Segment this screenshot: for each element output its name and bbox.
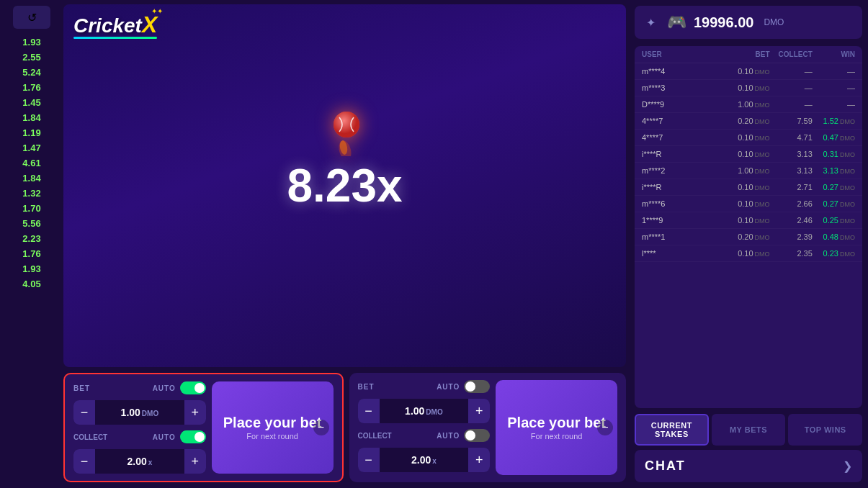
cell-user: m****1 (642, 232, 727, 241)
cell-win: — (813, 100, 855, 109)
cell-user: D****9 (642, 100, 727, 109)
sidebar-multiplier-item: 1.84 (17, 110, 46, 125)
header-win: WIN (813, 50, 855, 58)
cell-user: m****3 (642, 83, 727, 92)
sidebar-multiplier-item: 5.56 (17, 216, 46, 231)
cell-user: 1****9 (642, 216, 727, 225)
sidebar-multiplier-item: 4.61 (17, 155, 46, 171)
sidebar-multiplier-item: 1.93 (17, 35, 46, 50)
cell-collect: 2.39 (770, 232, 813, 241)
cell-bet: 1.00DMO (727, 100, 769, 109)
sidebar-multiplier-item: 1.47 (17, 140, 46, 155)
logo-stars: ✦✦ (151, 7, 163, 15)
amount-row-1: − 1.00DMO + (73, 400, 206, 425)
cell-bet: 1.00DMO (727, 166, 769, 175)
amount-value-2: 1.00DMO (380, 405, 469, 417)
auto-toggle-2[interactable] (464, 380, 490, 393)
sidebar-multiplier-item: 1.76 (17, 80, 46, 95)
logo-cricket-text: Cricket (73, 14, 142, 37)
table-row: m****2 1.00DMO 3.13 3.13DMO (635, 163, 862, 179)
cell-collect: 3.13 (770, 166, 813, 175)
cell-collect: 7.59 (770, 117, 813, 125)
history-icon: ↺ (27, 11, 37, 24)
chat-bar[interactable]: CHAT ❯ (635, 450, 862, 482)
cell-bet: 0.10DMO (727, 216, 769, 225)
main-area: CricketX ✦✦ (63, 0, 630, 488)
bet-panel-1: BET AUTO − 1.00DMO + COLL (63, 373, 344, 482)
cell-win: 1.52DMO (813, 117, 855, 125)
tab-top-wins[interactable]: TOP WINS (788, 414, 862, 446)
cell-win: 0.23DMO (813, 249, 855, 258)
place-bet-minus-2[interactable]: − (597, 420, 613, 435)
amount-decrease-2[interactable]: − (358, 399, 380, 423)
amount-row-2: − 1.00DMO + (358, 399, 491, 423)
place-bet-btn-1[interactable]: Place your bet For next round − (212, 381, 334, 474)
sidebar-multiplier-item: 1.45 (17, 95, 46, 110)
collect-decrease-2[interactable]: − (358, 448, 380, 472)
bet-row-2: BET AUTO (358, 380, 491, 393)
tab-my-bets[interactable]: MY BETS (712, 414, 786, 446)
collect-increase-1[interactable]: + (184, 449, 206, 474)
amount-increase-2[interactable]: + (468, 399, 490, 423)
tabs-row: CURRENT STAKES MY BETS TOP WINS (635, 414, 862, 446)
bet-panel-2: BET AUTO − 1.00DMO + COLL (349, 373, 627, 482)
sidebar-multiplier-item: 1.93 (17, 261, 46, 276)
place-bet-minus-1[interactable]: − (313, 420, 329, 435)
auto-toggle-1[interactable] (180, 381, 206, 394)
table-row: 1****9 0.10DMO 2.46 0.25DMO (635, 212, 862, 229)
cell-user: i****R (642, 183, 727, 191)
sidebar-multiplier-item: 5.24 (17, 65, 46, 80)
cell-win: 0.27DMO (813, 199, 855, 208)
sidebar-multiplier-item: 1.70 (17, 201, 46, 216)
cell-collect: 4.71 (770, 133, 813, 142)
collect-toggle-2[interactable] (464, 429, 490, 442)
cell-user: i****R (642, 150, 727, 158)
logo-x-text: X (142, 12, 157, 37)
cell-collect: — (770, 83, 813, 92)
collect-value-2: 2.00x (380, 454, 469, 466)
svg-point-3 (334, 112, 359, 137)
place-bet-btn-2[interactable]: Place your bet For next round − (496, 380, 617, 475)
bet-row-1: BET AUTO (73, 381, 206, 394)
collect-toggle-1[interactable] (180, 430, 206, 443)
bet-label-2: BET (358, 383, 375, 391)
cell-bet: 0.20DMO (727, 117, 769, 125)
tab-current-stakes[interactable]: CURRENT STAKES (635, 414, 709, 446)
cell-bet: 0.10DMO (727, 199, 769, 208)
history-button[interactable]: ↺ (13, 6, 50, 29)
cell-collect: — (770, 67, 813, 76)
amount-increase-1[interactable]: + (184, 400, 206, 425)
balance-bar: ✦ 🎮 19996.00 DMO (635, 6, 862, 39)
table-row: D****9 1.00DMO — — (635, 96, 862, 113)
amount-decrease-1[interactable]: − (73, 400, 95, 425)
cell-bet: 0.10DMO (727, 249, 769, 258)
collect-amount-row-2: − 2.00x + (358, 448, 491, 472)
bet-controls-1: BET AUTO − 1.00DMO + COLL (73, 381, 206, 474)
sidebar: ↺ 1.932.555.241.761.451.841.191.474.611.… (0, 0, 63, 488)
table-row: i****R 0.10DMO 2.71 0.27DMO (635, 179, 862, 196)
cell-collect: 2.46 (770, 216, 813, 225)
place-bet-text-2: Place your bet (507, 415, 606, 430)
sidebar-multiplier-item: 1.19 (17, 125, 46, 140)
cell-bet: 0.20DMO (727, 232, 769, 241)
collect-row-1: COLLECT AUTO (73, 430, 206, 443)
cell-user: m****4 (642, 67, 727, 76)
cell-user: l**** (642, 249, 727, 258)
cell-user: 4****7 (642, 133, 727, 142)
cell-bet: 0.10DMO (727, 83, 769, 92)
collect-value-1: 2.00x (95, 456, 184, 467)
balance-amount: 19996.00 (694, 14, 753, 31)
bet-label-1: BET (73, 384, 90, 392)
collect-amount-row-1: − 2.00x + (73, 449, 206, 474)
cell-win: 3.13DMO (813, 166, 855, 175)
cell-collect: — (770, 100, 813, 109)
collect-increase-2[interactable]: + (468, 448, 490, 472)
sidebar-multiplier-item: 2.55 (17, 50, 46, 65)
table-row: i****R 0.10DMO 3.13 0.31DMO (635, 146, 862, 163)
collect-decrease-1[interactable]: − (73, 449, 95, 474)
header-user: USER (642, 50, 727, 58)
collect-auto-label-1: AUTO (153, 433, 176, 441)
cell-win: 0.48DMO (813, 232, 855, 241)
table-row: l**** 0.10DMO 2.35 0.23DMO (635, 245, 862, 262)
amount-value-1: 1.00DMO (95, 407, 184, 418)
